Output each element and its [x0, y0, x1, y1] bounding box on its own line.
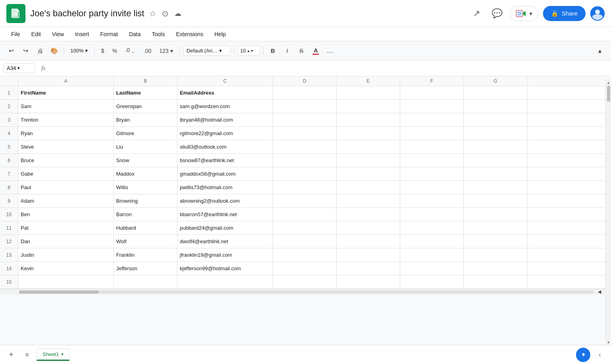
currency-button[interactable]: $ — [98, 46, 107, 56]
menu-extensions[interactable]: Extensions — [171, 29, 208, 39]
horizontal-scrollbar[interactable]: ◀ ▶ — [0, 289, 611, 294]
cell-f6[interactable] — [400, 154, 464, 167]
cell-g15[interactable] — [464, 275, 527, 288]
cell-a10[interactable]: Ben — [18, 208, 114, 221]
cell-f13[interactable] — [400, 248, 464, 261]
col-header-g[interactable]: G — [464, 76, 527, 86]
cell-g3[interactable] — [464, 113, 527, 126]
cell-b12[interactable]: Wolf — [114, 235, 177, 248]
number-format-button[interactable]: 123 ▾ — [156, 46, 176, 56]
cell-a6[interactable]: Bruce — [18, 154, 114, 167]
cell-e1[interactable] — [337, 86, 400, 99]
cell-e10[interactable] — [337, 208, 400, 221]
cell-c5[interactable]: sliu83@outlook.com — [177, 140, 273, 153]
col-header-b[interactable]: B — [114, 76, 177, 86]
cell-c12[interactable]: dwolf4@earthlink.net — [177, 235, 273, 248]
cell-d3[interactable] — [273, 113, 337, 126]
zoom-selector[interactable]: 100% ▾ — [67, 46, 91, 55]
cell-c6[interactable]: bsnow87@earthlink.net — [177, 154, 273, 167]
star-icon[interactable]: ☆ — [149, 9, 156, 18]
cell-a12[interactable]: Dan — [18, 235, 114, 248]
cell-d14[interactable] — [273, 262, 337, 275]
cell-a9[interactable]: Adam — [18, 194, 114, 207]
sheets-logo[interactable] — [6, 4, 25, 23]
cell-b5[interactable]: Liu — [114, 140, 177, 153]
cell-reference[interactable]: A34 ▾ — [3, 63, 35, 73]
cell-d6[interactable] — [273, 154, 337, 167]
cell-a3[interactable]: Trenton — [18, 113, 114, 126]
cell-g9[interactable] — [464, 194, 527, 207]
cell-d15[interactable] — [273, 275, 337, 288]
cell-a8[interactable]: Paul — [18, 181, 114, 194]
cell-f11[interactable] — [400, 221, 464, 234]
font-size-selector[interactable]: 10 ▴ ▾ — [237, 46, 260, 56]
cell-e14[interactable] — [337, 262, 400, 275]
cell-a14[interactable]: Kevin — [18, 262, 114, 275]
cell-d13[interactable] — [273, 248, 337, 261]
collapse-panel-button[interactable]: ‹ — [593, 349, 606, 361]
gemini-button[interactable]: ✦ — [576, 348, 590, 362]
h-scrollbar-track[interactable] — [19, 290, 593, 294]
menu-data[interactable]: Data — [124, 29, 146, 39]
cell-e9[interactable] — [337, 194, 400, 207]
cell-e2[interactable] — [337, 100, 400, 113]
meet-button[interactable]: ▾ — [510, 6, 538, 21]
cell-c9[interactable]: abrowning2@outlook.com — [177, 194, 273, 207]
cell-f9[interactable] — [400, 194, 464, 207]
formula-input[interactable] — [52, 65, 608, 71]
menu-insert[interactable]: Insert — [70, 29, 94, 39]
cell-g6[interactable] — [464, 154, 527, 167]
menu-format[interactable]: Format — [95, 29, 123, 39]
cell-g4[interactable] — [464, 127, 527, 140]
cell-e4[interactable] — [337, 127, 400, 140]
cell-f2[interactable] — [400, 100, 464, 113]
percent-button[interactable]: % — [109, 46, 120, 56]
cell-f10[interactable] — [400, 208, 464, 221]
text-color-button[interactable]: A — [309, 45, 322, 57]
share-button[interactable]: 🔒 Share — [543, 6, 586, 21]
redo-button[interactable]: ↪ — [19, 45, 32, 57]
col-header-e[interactable]: E — [337, 76, 400, 86]
cell-c11[interactable]: pubbard24@gmail.com — [177, 221, 273, 234]
font-size-up[interactable]: ▴ — [247, 48, 249, 53]
cell-g8[interactable] — [464, 181, 527, 194]
cell-f15[interactable] — [400, 275, 464, 288]
sheet-list-button[interactable]: ≡ — [21, 349, 33, 361]
cell-b2[interactable]: Greenspan — [114, 100, 177, 113]
cell-g5[interactable] — [464, 140, 527, 153]
cell-e11[interactable] — [337, 221, 400, 234]
cell-c13[interactable]: jfranklin19@gmail.com — [177, 248, 273, 261]
menu-view[interactable]: View — [47, 29, 69, 39]
chat-button[interactable]: 💬 — [489, 6, 505, 21]
add-sheet-button[interactable]: + — [5, 349, 18, 361]
right-scrollbar[interactable]: ▴ ▾ — [605, 79, 611, 345]
col-header-d[interactable]: D — [273, 76, 337, 86]
cell-g14[interactable] — [464, 262, 527, 275]
move-icon[interactable]: ⊙ — [162, 9, 169, 18]
cell-d4[interactable] — [273, 127, 337, 140]
menu-help[interactable]: Help — [210, 29, 231, 39]
cell-c15[interactable] — [177, 275, 273, 288]
cell-d11[interactable] — [273, 221, 337, 234]
cell-g13[interactable] — [464, 248, 527, 261]
decimal-more-button[interactable]: .00 — [140, 46, 154, 56]
cell-b10[interactable]: Barron — [114, 208, 177, 221]
cell-c3[interactable]: tbryan48@hotmail.com — [177, 113, 273, 126]
cell-a13[interactable]: Justin — [18, 248, 114, 261]
cell-a2[interactable]: Sam — [18, 100, 114, 113]
cell-b11[interactable]: Hubbard — [114, 221, 177, 234]
menu-file[interactable]: File — [6, 29, 25, 39]
cell-e7[interactable] — [337, 167, 400, 180]
cell-a4[interactable]: Ryan — [18, 127, 114, 140]
cell-b7[interactable]: Maddox — [114, 167, 177, 180]
cell-c4[interactable]: rgilmore22@gmail.com — [177, 127, 273, 140]
col-header-f[interactable]: F — [400, 76, 464, 86]
cell-e12[interactable] — [337, 235, 400, 248]
cell-b4[interactable]: Gilmore — [114, 127, 177, 140]
cell-c10[interactable]: bbarron57@earthlink.net — [177, 208, 273, 221]
cell-d7[interactable] — [273, 167, 337, 180]
italic-button[interactable]: I — [281, 45, 294, 57]
cell-e15[interactable] — [337, 275, 400, 288]
cell-g7[interactable] — [464, 167, 527, 180]
cell-b9[interactable]: Browning — [114, 194, 177, 207]
